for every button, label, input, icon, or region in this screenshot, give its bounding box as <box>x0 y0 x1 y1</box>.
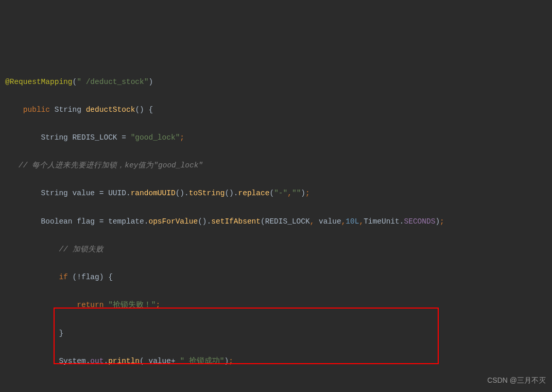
code-line-7: // 加锁失败 <box>5 243 552 257</box>
code-line-8: if (!flag) { <box>5 270 552 284</box>
code-line-2: public String deductStock() { <box>5 103 552 117</box>
code-line-4: // 每个人进来先要进行加锁，key值为"good_lock" <box>5 159 552 173</box>
code-line-11: System.out.println( value+ " 抢锁成功"); <box>5 354 552 368</box>
code-line-12 <box>5 382 552 392</box>
code-line-6: Boolean flag = template.opsForValue().se… <box>5 215 552 229</box>
code-block: @RequestMapping(" /deduct_stock") public… <box>0 61 552 392</box>
code-line-5: String value = UUID.randomUUID().toStrin… <box>5 186 552 200</box>
code-line-10: } <box>5 327 552 340</box>
code-line-1: @RequestMapping(" /deduct_stock") <box>5 75 552 89</box>
code-line-9: return "抢锁失败！"; <box>5 298 552 312</box>
code-line-3: String REDIS_LOCK = "good_lock"; <box>5 131 552 145</box>
watermark: CSDN @三月不灭 <box>487 373 546 387</box>
